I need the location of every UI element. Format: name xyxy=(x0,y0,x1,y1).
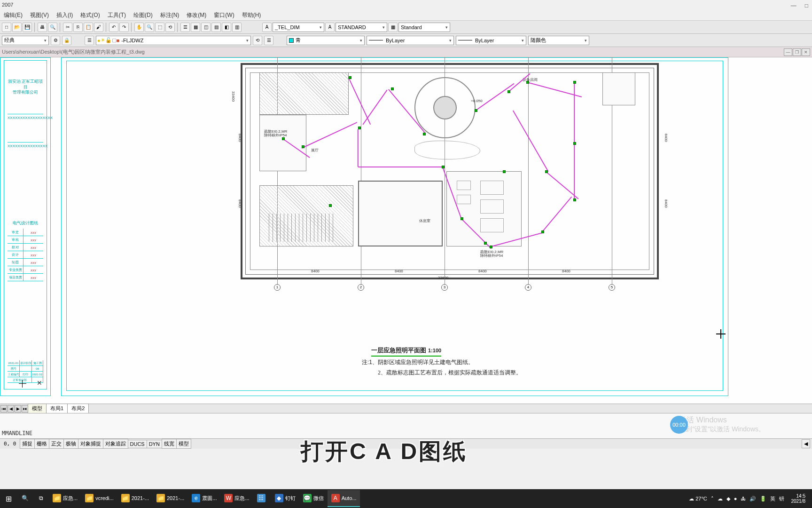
taskbar-item[interactable]: e震圆... xyxy=(188,490,220,507)
minimize-button[interactable]: — xyxy=(791,1,796,10)
taskbar-item[interactable]: 📁2021-... xyxy=(153,490,188,507)
props-icon[interactable]: ☰ xyxy=(180,23,190,32)
dyn-toggle[interactable]: DYN xyxy=(147,440,162,448)
taskbar-item[interactable]: 📁vcredi... xyxy=(81,490,117,507)
start-button[interactable]: ⊞ xyxy=(0,490,17,507)
tray-app-icon[interactable]: ● xyxy=(734,496,737,501)
tray-onedrive-icon[interactable]: ☁ xyxy=(718,496,723,502)
tray-chevron-icon[interactable]: ˄ xyxy=(711,496,714,502)
tray-network-icon[interactable]: 🖧 xyxy=(741,496,746,501)
textstyle-icon[interactable]: A xyxy=(325,23,335,32)
polar-toggle[interactable]: 极轴 xyxy=(63,439,78,449)
osnap-toggle[interactable]: 对象捕捉 xyxy=(78,439,103,449)
color-combo[interactable]: 青 xyxy=(287,36,365,45)
layer-mgr-icon[interactable]: ☰ xyxy=(85,36,94,45)
zoom-prev-icon[interactable]: ⟲ xyxy=(165,23,175,32)
taskbar-taskview[interactable]: ⧉ xyxy=(33,490,49,507)
tray-app-icon[interactable]: ◆ xyxy=(726,496,730,502)
dimstyle-combo[interactable]: _TEL_DIM xyxy=(273,23,324,32)
open-icon[interactable]: 📂 xyxy=(12,23,22,32)
tab-model[interactable]: 模型 xyxy=(28,404,47,413)
taskbar-item[interactable]: 📁应急... xyxy=(49,490,81,507)
menu-dim[interactable]: 标注(N) xyxy=(156,9,183,20)
doc-close-button[interactable]: ✕ xyxy=(802,48,810,56)
menu-window[interactable]: 窗口(W) xyxy=(210,9,238,20)
pan-icon[interactable]: ✋ xyxy=(134,23,144,32)
new-icon[interactable]: □ xyxy=(2,23,11,32)
taskbar-item[interactable]: 📁2021-... xyxy=(117,490,153,507)
status-tray-button[interactable]: ◀ xyxy=(802,439,810,448)
otrack-toggle[interactable]: 对象追踪 xyxy=(103,439,128,449)
lwt-toggle[interactable]: 线宽 xyxy=(162,439,177,449)
model-toggle[interactable]: 模型 xyxy=(176,439,191,449)
menu-help[interactable]: 帮助(H) xyxy=(238,9,265,20)
taskbar-item[interactable]: ☷ xyxy=(253,490,271,507)
copy-icon[interactable]: ⎘ xyxy=(73,23,83,32)
tab-next-button[interactable]: ▶ xyxy=(15,405,21,413)
undo-icon[interactable]: ↶ xyxy=(109,23,118,32)
ime-indicator[interactable]: 英 xyxy=(770,495,775,502)
maximize-button[interactable]: □ xyxy=(805,1,808,10)
plotstyle-combo[interactable]: 随颜色 xyxy=(528,36,589,45)
grid-toggle[interactable]: 栅格 xyxy=(34,439,49,449)
workspace-combo[interactable]: 经典 xyxy=(2,36,49,45)
cut-icon[interactable]: ✂ xyxy=(63,23,72,32)
taskbar-clock[interactable]: 14:52021/8 xyxy=(788,493,808,504)
lineweight-combo[interactable]: ByLayer xyxy=(456,36,526,45)
layer-combo[interactable]: ●☀🔓▢■ -FLJDWZ xyxy=(96,36,251,45)
tablestyle-combo[interactable]: Standard xyxy=(398,23,450,32)
preview-icon[interactable]: 🔍 xyxy=(48,23,57,32)
taskbar-item[interactable]: W应急... xyxy=(220,490,253,507)
ws-settings-icon[interactable]: ⚙ xyxy=(51,36,60,45)
tp-icon[interactable]: ◫ xyxy=(201,23,211,32)
layer-state-icon[interactable]: ☰ xyxy=(264,36,273,45)
command-prompt: MMANDLINE xyxy=(2,430,32,437)
calc-icon[interactable]: ▥ xyxy=(232,23,242,32)
paste-icon[interactable]: 📋 xyxy=(84,23,93,32)
ime-mode[interactable]: 钘 xyxy=(779,495,784,502)
command-area[interactable]: MMANDLINE 激活 Windows 转到"设置"以激活 Windows。 … xyxy=(0,413,812,438)
menu-edit[interactable]: 编辑(E) xyxy=(0,9,26,20)
drawing-viewport[interactable]: 浙安泊 正军工昭項目 管理有限公司 XXXXXXXXXXXXXXXXXX XXX… xyxy=(0,57,812,404)
tab-first-button[interactable]: ⏮ xyxy=(0,405,7,413)
dc-icon[interactable]: ▦ xyxy=(191,23,200,32)
tab-last-button[interactable]: ⏭ xyxy=(22,405,28,413)
ws-lock-icon[interactable]: 🔒 xyxy=(62,36,71,45)
drawing-note-1: 注:1、阴影区域应急照明详见土建电气图纸。 xyxy=(362,358,474,366)
linetype-combo[interactable]: ByLayer xyxy=(367,36,454,45)
markup-icon[interactable]: ◧ xyxy=(222,23,231,32)
layer-prev-icon[interactable]: ⟲ xyxy=(253,36,262,45)
zoom-win-icon[interactable]: ⬚ xyxy=(155,23,164,32)
taskbar-search[interactable]: 🔍 xyxy=(17,490,33,507)
dimstyle-icon[interactable]: A xyxy=(262,23,272,32)
doc-minimize-button[interactable]: — xyxy=(784,48,792,56)
tray-battery-icon[interactable]: 🔋 xyxy=(760,496,766,502)
menu-tools[interactable]: 工具(T) xyxy=(104,9,130,20)
taskbar-item[interactable]: AAuto... xyxy=(328,490,360,507)
tab-layout1[interactable]: 布局1 xyxy=(46,404,68,413)
menu-insert[interactable]: 插入(I) xyxy=(53,9,77,20)
menu-format[interactable]: 格式(O) xyxy=(77,9,103,20)
plot-icon[interactable]: 🖶 xyxy=(38,23,47,32)
weather-widget[interactable]: ☁ 27°C xyxy=(689,496,707,502)
taskbar-item[interactable]: 💬微信 xyxy=(299,490,328,507)
textstyle-combo[interactable]: STANDARD xyxy=(336,23,387,32)
menu-draw[interactable]: 绘图(D) xyxy=(130,9,156,20)
tab-prev-button[interactable]: ◀ xyxy=(8,405,14,413)
match-icon[interactable]: 🖌 xyxy=(94,23,103,32)
ducs-toggle[interactable]: DUCS xyxy=(128,440,147,448)
menu-modify[interactable]: 修改(M) xyxy=(183,9,210,20)
x-marker: ✕ xyxy=(37,379,42,387)
tablestyle-icon[interactable]: ▦ xyxy=(388,23,398,32)
ortho-toggle[interactable]: 正交 xyxy=(49,439,64,449)
tab-layout2[interactable]: 布局2 xyxy=(67,404,89,413)
doc-restore-button[interactable]: ❐ xyxy=(793,48,801,56)
taskbar-item[interactable]: ◆钉钉 xyxy=(271,490,299,507)
menu-view[interactable]: 视图(V) xyxy=(26,9,53,20)
snap-toggle[interactable]: 捕捉 xyxy=(20,439,35,449)
redo-icon[interactable]: ↷ xyxy=(119,23,129,32)
save-icon[interactable]: 💾 xyxy=(23,23,32,32)
ssm-icon[interactable]: ▤ xyxy=(211,23,221,32)
tray-volume-icon[interactable]: 🔊 xyxy=(750,496,756,502)
zoom-rt-icon[interactable]: 🔍 xyxy=(145,23,154,32)
